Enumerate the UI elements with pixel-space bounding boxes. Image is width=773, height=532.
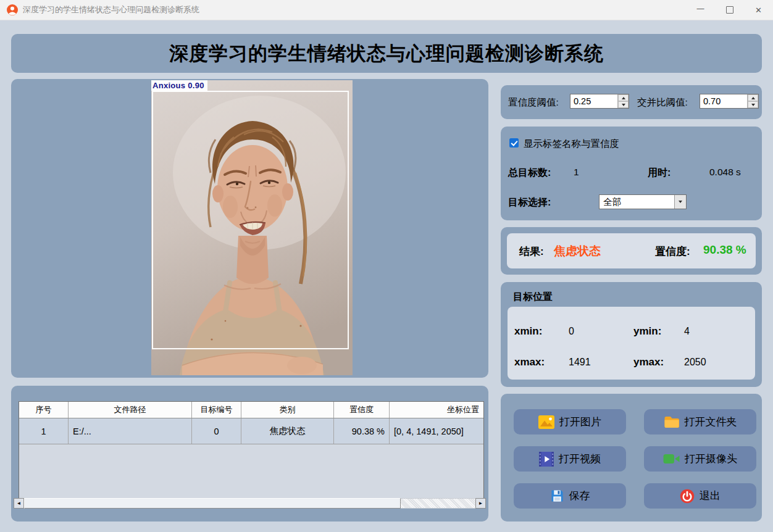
- cell-coordinates: [0, 4, 1491, 2050]: [390, 418, 483, 444]
- cell-target-id: 0: [192, 418, 241, 444]
- scrollbar-thumb[interactable]: [24, 498, 401, 509]
- power-icon: [680, 489, 695, 504]
- confidence-spin-up-button[interactable]: [618, 94, 629, 101]
- open-folder-label: 打开文件夹: [685, 415, 737, 429]
- show-labels-checkbox[interactable]: [509, 138, 519, 148]
- header-index[interactable]: 序号: [19, 402, 69, 418]
- actions-panel: 打开图片 打开文件夹 打开视频 打开摄像头: [501, 394, 762, 522]
- open-camera-label: 打开摄像头: [685, 452, 737, 466]
- iou-threshold-label: 交并比阈值:: [637, 96, 688, 109]
- minimize-button[interactable]: —: [686, 0, 715, 20]
- confidence-threshold-input[interactable]: [570, 94, 617, 108]
- table-row[interactable]: 1 E:/... 0 焦虑状态 90.38 % [0, 4, 1491, 205…: [19, 418, 483, 444]
- spinner-up-icon: [622, 97, 625, 99]
- save-label: 保存: [569, 489, 590, 503]
- confidence-threshold-label: 置信度阈值:: [508, 96, 559, 109]
- exit-label: 退出: [700, 489, 721, 503]
- result-confidence-label: 置信度:: [655, 244, 690, 259]
- save-icon: [550, 489, 564, 503]
- total-targets-label: 总目标数:: [508, 167, 551, 180]
- target-select-value: 全部: [600, 195, 674, 209]
- ymin-label: ymin:: [633, 325, 661, 338]
- header-category[interactable]: 类别: [241, 402, 334, 418]
- titlebar: 深度学习的学生情绪状态与心理问题检测诊断系统 — ✕: [0, 0, 773, 20]
- target-position-title: 目标位置: [513, 291, 553, 304]
- save-button[interactable]: 保存: [514, 483, 626, 509]
- xmin-value: 0: [569, 326, 574, 337]
- ymin-value: 4: [684, 326, 690, 337]
- open-image-button[interactable]: 打开图片: [514, 409, 626, 434]
- maximize-button[interactable]: [715, 0, 744, 20]
- table-header-row: 序号 文件路径 目标编号 类别 置信度 坐标位置: [19, 402, 483, 418]
- spinner-down-icon: [751, 104, 755, 106]
- iou-threshold-spinbox[interactable]: [700, 94, 759, 109]
- header-confidence[interactable]: 置信度: [334, 402, 390, 418]
- minimize-icon: —: [697, 4, 704, 13]
- options-panel: 显示标签名称与置信度 总目标数: 1 用时: 0.048 s 目标选择: 全部: [501, 127, 762, 220]
- thresholds-panel: 置信度阈值: 交并比阈值:: [501, 85, 762, 119]
- open-video-button[interactable]: 打开视频: [514, 446, 626, 472]
- cell-category: 焦虑状态: [241, 418, 334, 444]
- dropdown-button[interactable]: [674, 195, 686, 209]
- iou-spin-up-button[interactable]: [748, 94, 758, 101]
- scroll-right-button[interactable]: ►: [475, 498, 486, 509]
- confidence-spin-down-button[interactable]: [618, 101, 629, 108]
- iou-threshold-input[interactable]: [700, 94, 747, 108]
- ymax-label: ymax:: [633, 356, 664, 368]
- detection-label: Anxious 0.90: [151, 80, 207, 91]
- scroll-left-button[interactable]: ◄: [14, 498, 24, 509]
- chevron-down-icon: [679, 201, 682, 203]
- results-table: 序号 文件路径 目标编号 类别 置信度 坐标位置 1 E:/... 0 焦虑状态…: [19, 401, 484, 499]
- target-select-label: 目标选择:: [508, 196, 551, 209]
- result-value: 焦虑状态: [554, 243, 601, 259]
- maximize-icon: [726, 6, 733, 14]
- iou-spin-down-button[interactable]: [748, 101, 758, 108]
- close-icon: ✕: [755, 6, 762, 15]
- elapsed-time-value: 0.048 s: [709, 167, 741, 178]
- target-position-box: xmin: 0 ymin: 4 xmax: 1491 ymax: 2050: [508, 307, 755, 380]
- open-video-label: 打开视频: [559, 452, 601, 466]
- image-icon: [538, 415, 554, 429]
- results-table-panel: 序号 文件路径 目标编号 类别 置信度 坐标位置 1 E:/... 0 焦虑状态…: [11, 386, 488, 522]
- show-labels-label: 显示标签名称与置信度: [524, 138, 619, 151]
- open-camera-button[interactable]: 打开摄像头: [644, 446, 756, 472]
- xmin-label: xmin:: [514, 325, 542, 338]
- confidence-spin-buttons: [617, 94, 629, 108]
- scroll-left-icon: ◄: [17, 501, 22, 506]
- target-position-panel: 目标位置 xmin: 0 ymin: 4 xmax: 1491 ymax: 20…: [501, 282, 762, 387]
- page-title: 深度学习的学生情绪状态与心理问题检测诊断系统: [169, 41, 604, 67]
- confidence-threshold-spinbox[interactable]: [570, 94, 629, 109]
- open-image-label: 打开图片: [559, 415, 601, 429]
- header-coordinates[interactable]: 坐标位置: [390, 402, 483, 418]
- result-confidence-value: 90.38 %: [703, 243, 746, 257]
- horizontal-scrollbar[interactable]: ◄ ►: [14, 498, 486, 509]
- window-title: 深度学习的学生情绪状态与心理问题检测诊断系统: [23, 4, 686, 15]
- app-logo-icon: [7, 4, 18, 15]
- open-folder-button[interactable]: 打开文件夹: [644, 409, 756, 434]
- result-panel: 结果: 焦虑状态 置信度: 90.38 %: [501, 227, 762, 275]
- header-target-id[interactable]: 目标编号: [192, 402, 241, 418]
- video-icon: [539, 452, 554, 467]
- header-file-path[interactable]: 文件路径: [69, 402, 192, 418]
- image-viewer-panel: Anxious 0.90: [11, 79, 488, 378]
- elapsed-time-label: 用时:: [648, 167, 671, 180]
- target-select-dropdown[interactable]: 全部: [599, 194, 687, 209]
- result-label: 结果:: [519, 244, 544, 259]
- detection-bounding-box: [152, 91, 349, 349]
- cell-index: 1: [19, 418, 69, 444]
- total-targets-value: 1: [574, 167, 579, 178]
- camera-icon: [663, 453, 680, 465]
- exit-button[interactable]: 退出: [644, 483, 756, 509]
- scroll-right-icon: ►: [478, 501, 483, 506]
- cell-file-path: E:/...: [69, 418, 192, 444]
- header-banner: 深度学习的学生情绪状态与心理问题检测诊断系统: [11, 34, 762, 73]
- spinner-down-icon: [622, 104, 625, 106]
- cell-confidence: 90.38 %: [334, 418, 390, 444]
- ymax-value: 2050: [684, 357, 706, 368]
- xmax-label: xmax:: [514, 356, 545, 368]
- result-box: 结果: 焦虑状态 置信度: 90.38 %: [507, 233, 756, 268]
- detection-photo: Anxious 0.90: [151, 80, 353, 375]
- folder-icon: [664, 415, 680, 429]
- iou-spin-buttons: [747, 94, 758, 108]
- close-button[interactable]: ✕: [744, 0, 773, 20]
